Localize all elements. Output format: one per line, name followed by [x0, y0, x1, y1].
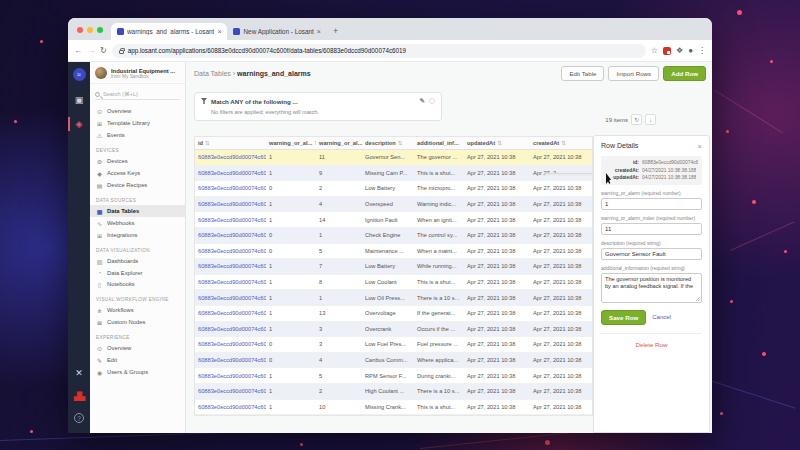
filter-toggle[interactable]: [429, 98, 435, 104]
sidebar-item-notebooks[interactable]: ▯Notebooks: [90, 278, 185, 290]
bookmark-star-icon[interactable]: ☆: [651, 47, 658, 55]
column-header-warning-or-al[interactable]: warning_or_al...⇅: [316, 140, 362, 146]
row-id-link[interactable]: 60883e0eccd90d00074c6055: [195, 217, 266, 223]
column-header-id[interactable]: id⇅: [195, 140, 266, 146]
table-row[interactable]: 60883e0eccd90d00074c6055114Ignition Faul…: [195, 212, 592, 228]
collapse-icon[interactable]: ✕: [68, 368, 90, 378]
refresh-button[interactable]: ↻: [631, 114, 642, 125]
description-field[interactable]: Governor Sensor Fault: [601, 248, 702, 260]
row-id-link[interactable]: 60883e0eccd90d00074c6051: [195, 279, 266, 285]
help-icon[interactable]: ?: [74, 413, 84, 423]
row-id-link[interactable]: 60883e0eccd90d00074c604f: [195, 310, 266, 316]
sidebar-item-users-groups[interactable]: ◉Users & Groups: [90, 366, 185, 378]
table-row[interactable]: 60883e0eccd90d00074c604b15RPM Sensor F..…: [195, 368, 592, 384]
sidebar-item-overview[interactable]: ⊙Overview: [90, 105, 185, 117]
application-switcher[interactable]: Industrial Equipment ... from My Sandbox: [90, 62, 185, 84]
delete-row-button[interactable]: Delete Row: [601, 341, 702, 348]
table-row[interactable]: 60883e0eccd90d00074c605401Check EngineTh…: [195, 228, 592, 244]
additional-information-field[interactable]: The governor position is monitored by an…: [601, 273, 702, 303]
recent-app-icon[interactable]: ▣: [68, 95, 90, 105]
sidebar-item-overview[interactable]: ⊙Overview: [90, 342, 185, 354]
row-id-link[interactable]: 60883e0eccd90d00074c6054: [195, 232, 266, 238]
warning-or-alarm-index-field[interactable]: 11: [601, 223, 702, 235]
extension-icon[interactable]: [663, 47, 671, 55]
url-bar[interactable]: app.losant.com/applications/60883e0dccd9…: [112, 44, 646, 58]
sidebar-item-access-keys[interactable]: ◆Access Keys: [90, 167, 185, 179]
row-id-link[interactable]: 60883e0eccd90d00074c6057: [195, 185, 266, 191]
warning-or-alarm-field[interactable]: 1: [601, 198, 702, 210]
browser-tab-active[interactable]: warnings_and_alarms - Losant ×: [111, 23, 227, 40]
invader-icon[interactable]: ▟▙: [68, 392, 90, 401]
download-button[interactable]: ↓: [645, 114, 656, 125]
row-id-link[interactable]: 60883e0eccd90d00074c6059: [195, 154, 266, 160]
current-app-icon[interactable]: ◈: [68, 119, 90, 129]
row-id-link[interactable]: 60883e0eccd90d00074c604c: [195, 357, 266, 363]
table-row[interactable]: 60883e0eccd90d00074c605118Low CoolantThi…: [195, 275, 592, 291]
minimize-window-button[interactable]: [87, 27, 93, 33]
row-id-link[interactable]: 60883e0eccd90d00074c604b: [195, 373, 266, 379]
forward-icon[interactable]: →: [87, 47, 95, 55]
row-id-link[interactable]: 60883e0eccd90d00074c604d: [195, 341, 266, 347]
close-window-button[interactable]: [77, 27, 83, 33]
back-icon[interactable]: ←: [74, 47, 82, 55]
sidebar-item-dashboards[interactable]: ▥Dashboards: [90, 255, 185, 267]
add-row-button[interactable]: Add Row: [663, 66, 706, 81]
sidebar-item-webhooks[interactable]: ∿Webhooks: [90, 217, 185, 229]
table-row[interactable]: 60883e0eccd90d00074c6049110Missing Crank…: [195, 400, 592, 416]
profile-avatar-icon[interactable]: ●: [688, 47, 693, 55]
column-header-additional-inf[interactable]: additional_inf...: [414, 140, 464, 146]
row-id-link[interactable]: 60883e0eccd90d00074c604e: [195, 326, 266, 332]
sidebar-item-data-explorer[interactable]: ◔Data Explorer: [90, 267, 185, 278]
new-tab-button[interactable]: +: [333, 26, 338, 36]
losant-logo[interactable]: ≈: [73, 68, 86, 81]
edit-table-button[interactable]: Edit Table: [561, 66, 604, 81]
table-row[interactable]: 60883e0eccd90d00074c604d03Low Fuel Pres.…: [195, 337, 592, 353]
table-row[interactable]: 60883e0eccd90d00074c604e13OvercrankOccur…: [195, 322, 592, 338]
row-id-link[interactable]: 60883e0eccd90d00074c6056: [195, 201, 266, 207]
table-row[interactable]: 60883e0eccd90d00074c604c04Canbus Comm...…: [195, 353, 592, 369]
row-id-link[interactable]: 60883e0eccd90d00074c604a: [195, 388, 266, 394]
table-row[interactable]: 60883e0eccd90d00074c605305Maintenance ..…: [195, 244, 592, 260]
column-header-createdat[interactable]: createdAt⇅: [530, 140, 592, 146]
sidebar-item-template-library[interactable]: ⊞Template Library: [90, 117, 185, 129]
row-id-link[interactable]: 60883e0eccd90d00074c6052: [195, 263, 266, 269]
cancel-link[interactable]: Cancel: [652, 314, 671, 320]
resize-handle-icon[interactable]: [696, 297, 700, 301]
sidebar-item-edit[interactable]: ✎Edit: [90, 354, 185, 366]
close-icon[interactable]: ×: [698, 142, 702, 151]
table-row[interactable]: 60883e0eccd90d00074c604a12High Coolant .…: [195, 384, 592, 400]
table-row[interactable]: 60883e0eccd90d00074c605011Low Oil Press.…: [195, 290, 592, 306]
column-header-warning-or-al[interactable]: warning_or_al...⇅: [266, 140, 316, 146]
extensions-puzzle-icon[interactable]: ❖: [676, 47, 683, 55]
row-id-link[interactable]: 60883e0eccd90d00074c6053: [195, 248, 266, 254]
table-row[interactable]: 60883e0eccd90d00074c6059111Governor Sen.…: [195, 150, 592, 166]
column-header-updatedat[interactable]: updatedAt⇅: [464, 140, 530, 146]
row-id-link[interactable]: 60883e0eccd90d00074c6050: [195, 295, 266, 301]
sidebar-item-data-tables[interactable]: ▦Data Tables: [90, 205, 185, 217]
sidebar-item-custom-nodes[interactable]: ⊠Custom Nodes: [90, 316, 185, 328]
row-id-link[interactable]: 60883e0eccd90d00074c6049: [195, 404, 266, 410]
table-row[interactable]: 60883e0eccd90d00074c605614OverspeedWarni…: [195, 197, 592, 213]
tab-close-icon[interactable]: ×: [317, 28, 321, 35]
sidebar-item-devices[interactable]: ⚙Devices: [90, 155, 185, 167]
sidebar-item-events[interactable]: ⚠Events: [90, 129, 185, 141]
zoom-window-button[interactable]: [97, 27, 103, 33]
save-row-button[interactable]: Save Row: [601, 310, 646, 325]
reload-icon[interactable]: ↻: [100, 47, 107, 55]
table-row[interactable]: 60883e0eccd90d00074c605819Missing Cam P.…: [195, 166, 592, 182]
sidebar-item-workflows[interactable]: ⋔Workflows: [90, 304, 185, 316]
tab-close-icon[interactable]: ×: [217, 28, 221, 35]
sidebar-item-device-recipes[interactable]: ▤Device Recipes: [90, 179, 185, 191]
edit-filter-icon[interactable]: ✎: [420, 97, 425, 105]
import-rows-button[interactable]: Import Rows: [608, 66, 659, 81]
search-input[interactable]: Search (⌘+L): [95, 89, 180, 100]
browser-tab-inactive[interactable]: New Application - Losant ×: [227, 23, 326, 40]
table-row[interactable]: 60883e0eccd90d00074c605702Low BatteryThe…: [195, 181, 592, 197]
breadcrumb-parent-link[interactable]: Data Tables: [194, 70, 231, 77]
row-id-link[interactable]: 60883e0eccd90d00074c6058: [195, 170, 266, 176]
table-row[interactable]: 60883e0eccd90d00074c604f113OvervoltageIf…: [195, 306, 592, 322]
browser-menu-icon[interactable]: ⋮: [698, 47, 706, 55]
window-controls[interactable]: [77, 27, 103, 33]
table-row[interactable]: 60883e0eccd90d00074c605217Low BatteryWhi…: [195, 259, 592, 275]
column-header-description[interactable]: description⇅: [362, 140, 414, 146]
